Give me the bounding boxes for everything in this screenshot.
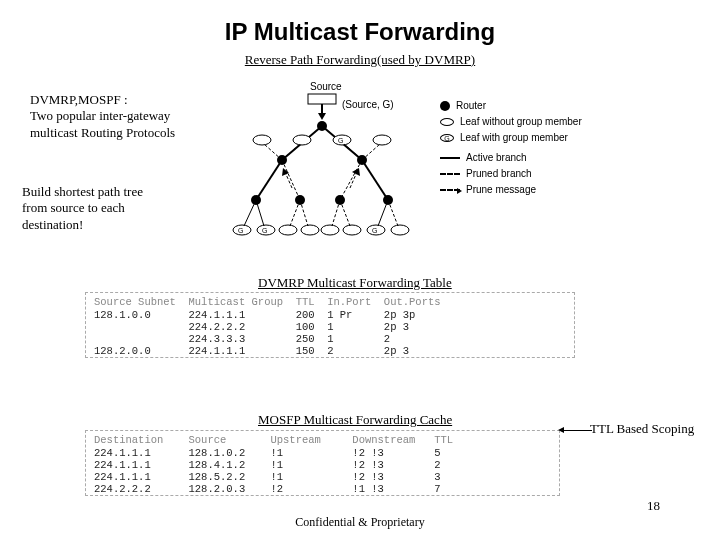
svg-line-40	[244, 200, 256, 226]
footer-text: Confidential & Proprietary	[0, 515, 720, 530]
table-row: 224.3.3.3 250 1 2	[86, 333, 574, 345]
svg-line-22	[282, 160, 300, 200]
note-line: Build shortest path tree	[22, 184, 202, 200]
svg-point-12	[373, 135, 391, 145]
subtitle: Reverse Path Forwarding(used by DVMRP)	[0, 52, 720, 68]
pruned-branch-icon	[440, 173, 460, 175]
svg-line-25	[340, 160, 362, 200]
note-line: destination!	[22, 217, 202, 233]
page-title: IP Multicast Forwarding	[0, 18, 720, 46]
leaf-icon	[440, 118, 454, 126]
table-row: 224.2.2.2 100 1 2p 3	[86, 321, 574, 333]
svg-line-15	[344, 144, 362, 160]
svg-point-39	[391, 225, 409, 235]
svg-text:G: G	[238, 227, 243, 234]
svg-rect-0	[308, 94, 336, 104]
svg-line-41	[256, 200, 264, 226]
svg-line-21	[256, 160, 282, 200]
table2-caption: MOSFP Multicast Forwarding Cache	[258, 412, 452, 428]
mosfp-table: Destination Source Upstream Downstream T…	[85, 430, 560, 496]
legend-label: Router	[456, 98, 486, 113]
source-group-label: (Source, G)	[342, 99, 394, 110]
table1-caption: DVMRP Multicast Forwarding Table	[258, 275, 452, 291]
note-shortest-path: Build shortest path tree from source to …	[22, 184, 202, 233]
svg-point-8	[253, 135, 271, 145]
note-line: Two popular inter-gateway	[30, 108, 230, 124]
arrow-icon	[562, 430, 592, 431]
note-line: DVMRP,MOSPF :	[30, 92, 230, 108]
table-row: 224.2.2.2 128.2.0.3 !2 !1 !3 7	[86, 483, 559, 495]
router-icon	[440, 101, 450, 111]
svg-line-46	[378, 200, 388, 226]
svg-text:G: G	[372, 227, 377, 234]
svg-point-34	[301, 225, 319, 235]
svg-line-28	[362, 160, 388, 200]
svg-point-9	[293, 135, 311, 145]
svg-marker-27	[352, 168, 360, 176]
note-line: from source to each	[22, 200, 202, 216]
note-protocols: DVMRP,MOSPF : Two popular inter-gateway …	[30, 92, 230, 141]
leaf-member-icon: G	[440, 134, 454, 142]
ttl-scoping-label: TTL Based Scoping	[590, 421, 720, 437]
svg-text:G: G	[262, 227, 267, 234]
prune-message-icon	[440, 189, 460, 191]
table-header: Source Subnet Multicast Group TTL In.Por…	[86, 293, 574, 309]
legend-label: Leaf without group member	[460, 114, 582, 129]
table-row: 224.1.1.1 128.1.0.2 !1 !2 !3 5	[86, 447, 559, 459]
legend-label: Prune message	[466, 182, 536, 197]
svg-point-33	[279, 225, 297, 235]
svg-point-35	[321, 225, 339, 235]
legend-label: Leaf with group member	[460, 130, 568, 145]
dvmrp-table: Source Subnet Multicast Group TTL In.Por…	[85, 292, 575, 358]
table-row: 128.2.0.0 224.1.1.1 150 2 2p 3	[86, 345, 574, 357]
note-line: multicast Routing Protocols	[30, 125, 230, 141]
legend-label: Active branch	[466, 150, 527, 165]
svg-marker-2	[318, 113, 326, 120]
page-number: 18	[647, 498, 660, 514]
table-row: 224.1.1.1 128.4.1.2 !1 !2 !3 2	[86, 459, 559, 471]
source-label: Source	[310, 81, 342, 92]
svg-point-36	[343, 225, 361, 235]
legend-label: Pruned branch	[466, 166, 532, 181]
table-header: Destination Source Upstream Downstream T…	[86, 431, 559, 447]
active-branch-icon	[440, 157, 460, 159]
table-row: 128.1.0.0 224.1.1.1 200 1 Pr 2p 3p	[86, 309, 574, 321]
table-row: 224.1.1.1 128.5.2.2 !1 !2 !3 3	[86, 471, 559, 483]
diagram-legend: Router Leaf without group member GLeaf w…	[440, 98, 582, 198]
svg-text:G: G	[338, 137, 343, 144]
svg-marker-24	[282, 168, 289, 176]
